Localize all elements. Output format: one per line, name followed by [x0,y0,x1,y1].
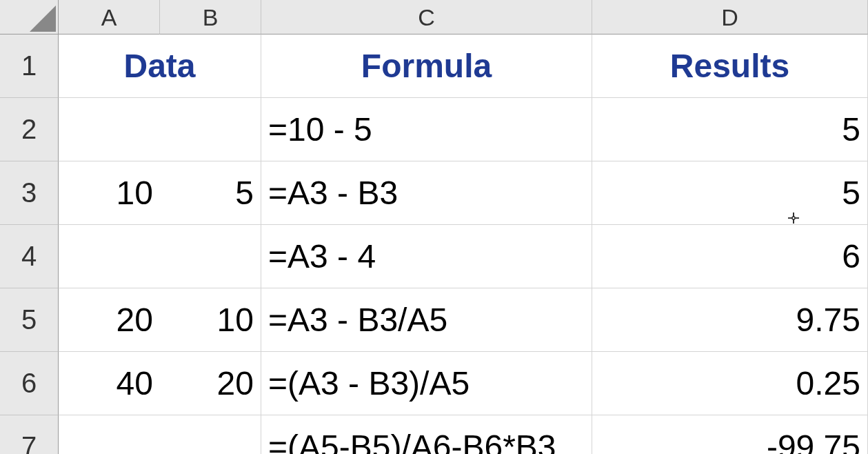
column-header-B[interactable]: B [160,0,261,34]
cell-A5[interactable]: 20 [59,288,160,352]
cell-B5[interactable]: 10 [160,288,261,352]
row-header-3[interactable]: 3 [0,161,59,225]
row-header-7[interactable]: 7 [0,415,59,454]
cell-D7[interactable]: -99.75 [592,415,868,454]
cell-D2[interactable]: 5 [592,98,868,161]
spreadsheet-grid: A B C D 1 Data Formula Results 2 =10 - 5… [0,0,868,454]
cell-C4[interactable]: =A3 - 4 [261,225,592,288]
cell-C3[interactable]: =A3 - B3 [261,161,592,225]
cell-B4[interactable] [160,225,261,288]
row-header-1[interactable]: 1 [0,34,59,98]
cell-D5[interactable]: 9.75 [592,288,868,352]
cell-C1-formula-header[interactable]: Formula [261,34,592,98]
cell-A7[interactable] [59,415,160,454]
cell-D6[interactable]: 0.25 [592,352,868,415]
row-header-2[interactable]: 2 [0,98,59,161]
cell-A1-B1-data-header[interactable]: Data [59,34,261,98]
cell-C7[interactable]: =(A5-B5)/A6-B6*B3 [261,415,592,454]
cell-A4[interactable] [59,225,160,288]
row-header-5[interactable]: 5 [0,288,59,352]
cell-B3[interactable]: 5 [160,161,261,225]
cell-B2[interactable] [160,98,261,161]
column-header-D[interactable]: D [592,0,868,34]
row-header-4[interactable]: 4 [0,225,59,288]
cell-C2[interactable]: =10 - 5 [261,98,592,161]
cell-B6[interactable]: 20 [160,352,261,415]
select-all-corner[interactable] [0,0,59,34]
cell-C5[interactable]: =A3 - B3/A5 [261,288,592,352]
cell-A6[interactable]: 40 [59,352,160,415]
cell-D4[interactable]: 6 [592,225,868,288]
cell-C6[interactable]: =(A3 - B3)/A5 [261,352,592,415]
cell-D1-results-header[interactable]: Results [592,34,868,98]
column-header-C[interactable]: C [261,0,592,34]
cell-B7[interactable] [160,415,261,454]
row-header-6[interactable]: 6 [0,352,59,415]
cell-D3[interactable]: 5 [592,161,868,225]
cell-A2[interactable] [59,98,160,161]
column-header-A[interactable]: A [59,0,160,34]
cell-A3[interactable]: 10 [59,161,160,225]
